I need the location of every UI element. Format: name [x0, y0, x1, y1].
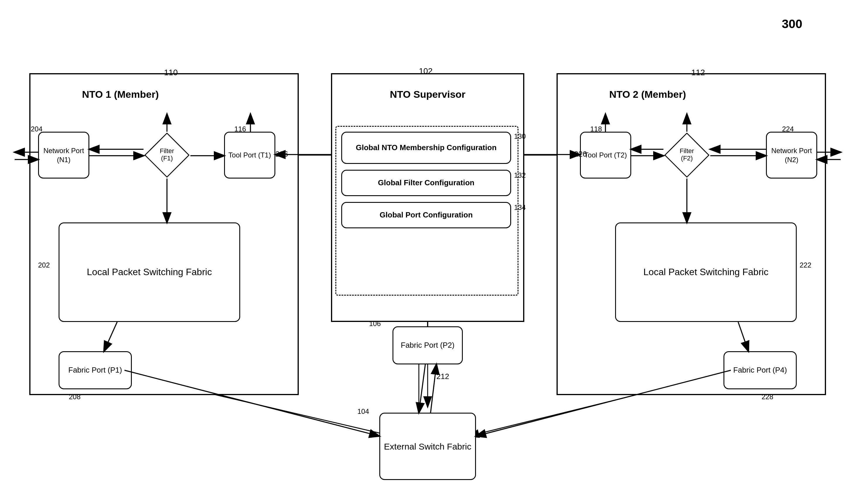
filter-f2: Filter (F2) [663, 132, 710, 179]
fabric-port-p1-ref: 208 [69, 392, 81, 401]
fabric-port-p1-box: Fabric Port (P1) [58, 351, 132, 389]
network-port-n1-ref: 204 [31, 124, 42, 133]
global-filter-ref: 132 [514, 170, 526, 180]
ref-206: 206 [275, 149, 288, 159]
global-filter-box: Global Filter Configuration [341, 170, 511, 196]
filter-f1: Filter (F1) [143, 132, 190, 179]
tool-port-t1-ref: 116 [234, 124, 246, 133]
network-port-n1-box: Network Port (N1) [38, 132, 89, 179]
nto1-label: NTO 1 (Member) [82, 88, 159, 101]
nto2-label: NTO 2 (Member) [609, 88, 686, 101]
ref-300: 300 [782, 16, 802, 32]
external-switch-ref: 104 [357, 407, 369, 416]
nto2-ref: 112 [691, 67, 705, 78]
svg-text:Filter: Filter [160, 147, 174, 155]
global-port-box: Global Port Configuration [341, 202, 511, 228]
svg-text:Filter: Filter [680, 147, 694, 155]
nto-supervisor-label: NTO Supervisor [389, 88, 466, 101]
nto1-ref: 110 [164, 67, 178, 78]
svg-line-50 [419, 364, 425, 413]
fabric-port-p2-ref: 106 [369, 319, 381, 328]
local-fabric-2-box: Local Packet Switching Fabric [615, 222, 797, 322]
fabric-port-p4-ref: 228 [762, 392, 773, 401]
local-fabric-2-ref: 222 [800, 260, 812, 270]
fabric-port-p2-box: Fabric Port (P2) [392, 326, 463, 364]
global-nto-ref: 130 [514, 132, 526, 141]
ref-226: 226 [574, 149, 587, 159]
fabric-port-p4-box: Fabric Port (P4) [723, 351, 797, 389]
svg-line-51 [431, 364, 436, 413]
network-port-n2-ref: 224 [782, 124, 794, 133]
local-fabric-1-box: Local Packet Switching Fabric [58, 222, 240, 322]
ref-212: 212 [436, 372, 449, 382]
network-port-n2-box: Network Port (N2) [766, 132, 817, 179]
tool-port-t2-ref: 118 [590, 124, 602, 133]
local-fabric-1-ref: 202 [38, 260, 50, 270]
svg-text:(F1): (F1) [161, 155, 173, 162]
tool-port-t1-box: Tool Port (T1) [224, 132, 275, 179]
tool-port-t2-box: Tool Port (T2) [580, 132, 631, 179]
external-switch-box: External Switch Fabric [379, 413, 476, 480]
global-port-ref: 134 [514, 203, 526, 212]
global-nto-box: Global NTO Membership Configuration [341, 132, 511, 164]
nto-supervisor-ref: 102 [419, 66, 433, 76]
svg-text:(F2): (F2) [681, 155, 693, 162]
